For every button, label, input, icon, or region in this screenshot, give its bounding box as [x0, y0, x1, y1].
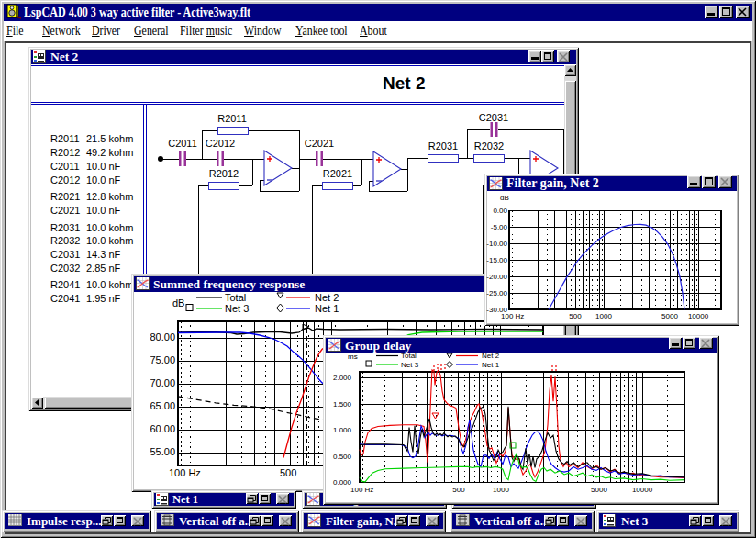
svg-text:R2031: R2031 [428, 140, 458, 151]
svg-text:R2021: R2021 [323, 168, 352, 179]
svg-text:R2032: R2032 [474, 140, 504, 151]
svg-text:C2012: C2012 [206, 138, 235, 149]
svg-text:C2031: C2031 [479, 112, 508, 123]
svg-text:R2012: R2012 [209, 168, 239, 179]
svg-text:C2011: C2011 [168, 138, 197, 149]
svg-text:R2011: R2011 [217, 113, 247, 124]
svg-text:C2021: C2021 [305, 138, 334, 149]
